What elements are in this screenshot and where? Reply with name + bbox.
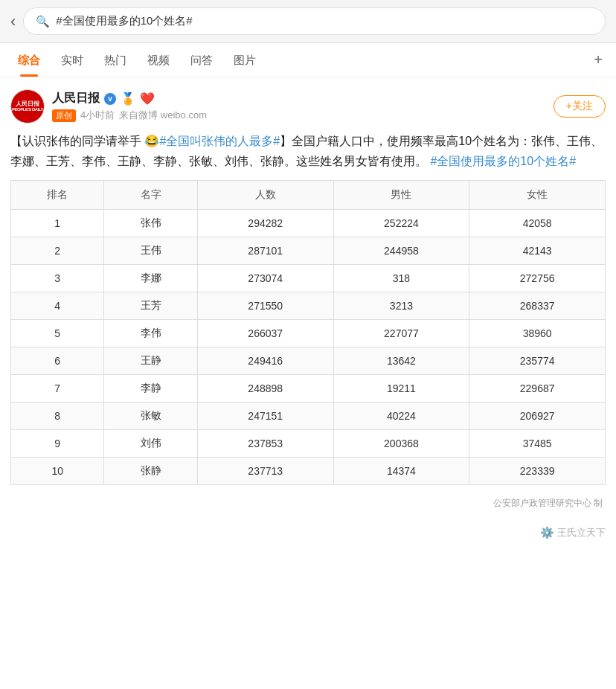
cell-name: 李娜 bbox=[104, 265, 197, 292]
tab-image[interactable]: 图片 bbox=[223, 43, 266, 77]
cell-female: 38960 bbox=[469, 320, 606, 347]
cell-total: 287101 bbox=[197, 237, 333, 265]
search-box[interactable]: 🔍 #全国使用最多的10个姓名# bbox=[23, 7, 606, 35]
cell-name: 张伟 bbox=[104, 210, 197, 237]
cell-male: 13642 bbox=[333, 347, 469, 375]
cell-total: 248898 bbox=[197, 375, 333, 403]
cell-total: 237853 bbox=[197, 430, 333, 458]
top-bar: ‹ 🔍 #全国使用最多的10个姓名# bbox=[0, 0, 616, 43]
author-row: 人民日报 v 🏅 ❤️ bbox=[52, 91, 554, 106]
post-time: 4小时前 bbox=[80, 109, 115, 122]
cell-name: 王伟 bbox=[104, 237, 197, 265]
cell-female: 42143 bbox=[469, 237, 606, 265]
original-tag: 原创 bbox=[52, 109, 76, 122]
cell-name: 张敏 bbox=[104, 403, 197, 430]
table-row: 8张敏24715140224206927 bbox=[11, 403, 606, 430]
cell-rank: 9 bbox=[11, 430, 104, 458]
cell-name: 李伟 bbox=[104, 320, 197, 347]
cell-total: 249416 bbox=[197, 347, 333, 375]
back-button[interactable]: ‹ bbox=[10, 12, 16, 31]
table-header-row: 排名 名字 人数 男性 女性 bbox=[11, 181, 606, 210]
cell-name: 张静 bbox=[104, 458, 197, 485]
watermark: ⚙️ 王氏立天下 bbox=[0, 520, 616, 551]
cell-female: 268337 bbox=[469, 292, 606, 320]
search-query-text: #全国使用最多的10个姓名# bbox=[56, 14, 192, 28]
cell-name: 王芳 bbox=[104, 292, 197, 320]
cell-name: 李静 bbox=[104, 375, 197, 403]
cell-rank: 1 bbox=[11, 210, 104, 237]
table-footer: 公安部户政管理研究中心 制 bbox=[10, 493, 606, 520]
table-row: 9刘伟23785320036837485 bbox=[11, 430, 606, 458]
tab-realtime[interactable]: 实时 bbox=[51, 43, 94, 77]
cell-rank: 5 bbox=[11, 320, 104, 347]
cell-rank: 8 bbox=[11, 403, 104, 430]
cell-name: 刘伟 bbox=[104, 430, 197, 458]
watermark-icon: ⚙️ bbox=[540, 526, 554, 539]
cell-male: 14374 bbox=[333, 458, 469, 485]
table-row: 4王芳2715503213268337 bbox=[11, 292, 606, 320]
tab-video[interactable]: 视频 bbox=[137, 43, 180, 77]
medal-emoji: 🏅 bbox=[121, 92, 135, 106]
cell-female: 206927 bbox=[469, 403, 606, 430]
names-table: 排名 名字 人数 男性 女性 1张伟294282252224420582王伟28… bbox=[10, 180, 606, 485]
tab-bar: 综合 实时 热门 视频 问答 图片 + bbox=[0, 43, 616, 77]
table-row: 10张静23771314374223339 bbox=[11, 458, 606, 485]
table-row: 2王伟28710124495842143 bbox=[11, 237, 606, 265]
post-meta: 人民日报 v 🏅 ❤️ 原创 4小时前 来自微博 weibo.com bbox=[52, 91, 554, 122]
table-row: 7李静24889819211229687 bbox=[11, 375, 606, 403]
cell-total: 266037 bbox=[197, 320, 333, 347]
table-row: 6王静24941613642235774 bbox=[11, 347, 606, 375]
cell-male: 19211 bbox=[333, 375, 469, 403]
table-head: 排名 名字 人数 男性 女性 bbox=[11, 181, 606, 210]
cell-female: 272756 bbox=[469, 265, 606, 292]
cell-female: 223339 bbox=[469, 458, 606, 485]
table-row: 5李伟26603722707738960 bbox=[11, 320, 606, 347]
avatar: 人民日报 PEOPLE'S DAILY bbox=[10, 89, 45, 124]
post-content: 【认识张伟的同学请举手 😂#全国叫张伟的人最多#】全国户籍人口中，使用频率最高1… bbox=[10, 131, 606, 171]
watermark-text: 王氏立天下 bbox=[557, 526, 606, 539]
cell-name: 王静 bbox=[104, 347, 197, 375]
table-row: 3李娜273074318272756 bbox=[11, 265, 606, 292]
author-name: 人民日报 bbox=[52, 91, 100, 106]
cell-female: 42058 bbox=[469, 210, 606, 237]
heart-emoji: ❤️ bbox=[140, 92, 155, 106]
col-rank: 排名 bbox=[11, 181, 104, 210]
cell-total: 271550 bbox=[197, 292, 333, 320]
tab-qa[interactable]: 问答 bbox=[180, 43, 223, 77]
cell-male: 252224 bbox=[333, 210, 469, 237]
follow-button[interactable]: +关注 bbox=[554, 95, 606, 118]
cell-male: 244958 bbox=[333, 237, 469, 265]
cell-female: 229687 bbox=[469, 375, 606, 403]
tab-hot[interactable]: 热门 bbox=[94, 43, 137, 77]
cell-male: 200368 bbox=[333, 430, 469, 458]
cell-rank: 4 bbox=[11, 292, 104, 320]
col-total: 人数 bbox=[197, 181, 333, 210]
cell-rank: 6 bbox=[11, 347, 104, 375]
cell-rank: 3 bbox=[11, 265, 104, 292]
post-card: 人民日报 PEOPLE'S DAILY 人民日报 v 🏅 ❤️ 原创 4小时前 … bbox=[0, 77, 616, 520]
tab-comprehensive[interactable]: 综合 bbox=[7, 43, 51, 77]
cell-male: 3213 bbox=[333, 292, 469, 320]
hashtag-2[interactable]: #全国使用最多的10个姓名# bbox=[430, 155, 576, 167]
post-source: 来自微博 weibo.com bbox=[119, 109, 207, 122]
post-sub-info: 原创 4小时前 来自微博 weibo.com bbox=[52, 109, 554, 122]
hashtag-1[interactable]: #全国叫张伟的人最多# bbox=[159, 135, 280, 147]
cell-total: 273074 bbox=[197, 265, 333, 292]
cell-total: 247151 bbox=[197, 403, 333, 430]
col-name: 名字 bbox=[104, 181, 197, 210]
cell-female: 37485 bbox=[469, 430, 606, 458]
cell-male: 318 bbox=[333, 265, 469, 292]
cell-rank: 10 bbox=[11, 458, 104, 485]
cell-total: 294282 bbox=[197, 210, 333, 237]
cell-rank: 7 bbox=[11, 375, 104, 403]
cell-rank: 2 bbox=[11, 237, 104, 265]
cell-male: 40224 bbox=[333, 403, 469, 430]
search-icon: 🔍 bbox=[36, 15, 50, 28]
table-row: 1张伟29428225222442058 bbox=[11, 210, 606, 237]
table-body: 1张伟294282252224420582王伟28710124495842143… bbox=[11, 210, 606, 485]
content-intro: 【认识张伟的同学请举手 😂 bbox=[10, 135, 159, 147]
verified-badge: v bbox=[104, 93, 116, 105]
tab-add-button[interactable]: + bbox=[588, 44, 609, 76]
post-header: 人民日报 PEOPLE'S DAILY 人民日报 v 🏅 ❤️ 原创 4小时前 … bbox=[10, 89, 606, 124]
cell-total: 237713 bbox=[197, 458, 333, 485]
